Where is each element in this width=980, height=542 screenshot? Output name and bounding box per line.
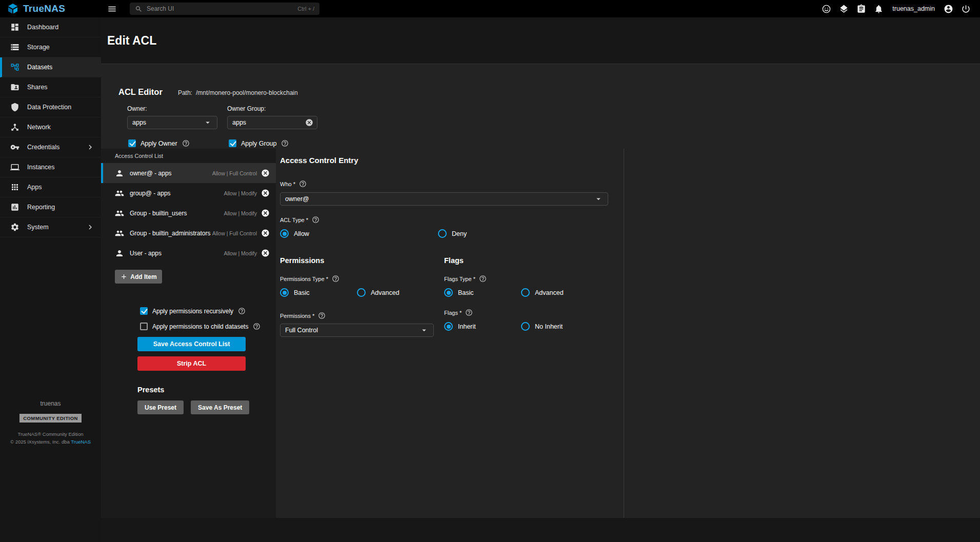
remove-entry-icon[interactable] <box>261 169 270 177</box>
sidebar-item-datasets[interactable]: Datasets <box>0 57 101 77</box>
acl-entry-row[interactable]: User - apps Allow | Modify <box>101 243 276 263</box>
sidebar-item-data-protection[interactable]: Data Protection <box>0 97 101 117</box>
access-control-list-panel: Access Control List owner@ - apps Allow … <box>101 149 276 518</box>
help-icon[interactable] <box>253 323 261 330</box>
help-icon[interactable] <box>182 139 190 147</box>
deny-label: Deny <box>452 230 467 237</box>
remove-entry-icon[interactable] <box>261 229 270 237</box>
checkin-icon[interactable] <box>839 4 849 14</box>
acl-entry-name: Group - builtin_administrators <box>130 230 210 237</box>
edition-badge[interactable]: COMMUNITY EDITION <box>19 414 81 423</box>
truenas-logo-icon <box>7 3 19 15</box>
power-icon[interactable] <box>961 4 971 14</box>
save-as-preset-button[interactable]: Save As Preset <box>191 400 249 414</box>
footer-copyright-text: © 2025 iXsystems, Inc. dba <box>10 439 71 445</box>
footer-truenas-link[interactable]: TrueNAS <box>71 439 91 445</box>
help-icon[interactable] <box>281 139 289 147</box>
apply-owner-option: Apply Owner <box>128 139 229 147</box>
jobs-icon[interactable] <box>856 4 866 14</box>
owner-group-input-wrap <box>227 116 317 129</box>
apply-owner-checkbox[interactable] <box>128 139 136 147</box>
sidebar-item-storage[interactable]: Storage <box>0 37 101 57</box>
permissions-advanced-radio[interactable] <box>357 288 366 297</box>
permissions-type-advanced-option[interactable]: Advanced <box>357 288 399 297</box>
acl-entry-rule: Allow | Full Control <box>212 230 257 236</box>
acl-type-allow-option[interactable]: Allow <box>280 229 438 238</box>
plus-icon <box>120 273 128 280</box>
allow-radio[interactable] <box>280 229 289 238</box>
permissions-select[interactable]: Full Control <box>280 324 434 337</box>
flags-basic-radio[interactable] <box>444 288 453 297</box>
help-icon[interactable] <box>465 309 473 316</box>
sidebar-item-network[interactable]: Network <box>0 117 101 137</box>
deny-radio[interactable] <box>438 229 447 238</box>
remove-entry-icon[interactable] <box>261 189 270 197</box>
alerts-bell-icon[interactable] <box>874 4 884 14</box>
search-input[interactable] <box>147 5 293 12</box>
flags-advanced-radio[interactable] <box>521 288 530 297</box>
page-header: Edit ACL <box>101 17 980 64</box>
use-preset-button[interactable]: Use Preset <box>137 400 184 414</box>
acl-entry-row[interactable]: owner@ - apps Allow | Full Control <box>101 163 276 183</box>
sidebar-item-label: Apps <box>27 184 42 191</box>
acl-entry-name: owner@ - apps <box>130 170 172 177</box>
help-icon[interactable] <box>299 180 307 188</box>
add-item-button[interactable]: Add Item <box>115 270 162 284</box>
strip-acl-button[interactable]: Strip ACL <box>137 356 246 371</box>
sidebar-item-reporting[interactable]: Reporting <box>0 197 101 217</box>
permissions-type-basic-option[interactable]: Basic <box>280 288 357 297</box>
sidebar-item-instances[interactable]: Instances <box>0 157 101 177</box>
dashboard-icon <box>10 23 19 32</box>
hamburger-menu-icon[interactable] <box>101 4 123 14</box>
acl-list-heading: Access Control List <box>101 149 276 163</box>
help-icon[interactable] <box>238 307 246 315</box>
no-inherit-radio[interactable] <box>521 322 530 331</box>
flags-type-advanced-option[interactable]: Advanced <box>521 288 564 297</box>
shares-icon <box>10 83 19 92</box>
owner-group-input[interactable] <box>232 119 305 126</box>
acl-type-deny-option[interactable]: Deny <box>438 229 467 238</box>
help-icon[interactable] <box>332 275 339 283</box>
flags-type-basic-option[interactable]: Basic <box>444 288 521 297</box>
add-item-label: Add Item <box>130 273 156 280</box>
user-menu-icon[interactable] <box>944 4 953 14</box>
sidebar-item-credentials[interactable]: Credentials <box>0 137 101 157</box>
help-icon[interactable] <box>318 312 326 319</box>
sidebar-item-shares[interactable]: Shares <box>0 77 101 97</box>
apply-recursively-checkbox[interactable] <box>140 307 148 315</box>
sidebar-item-apps[interactable]: Apps <box>0 177 101 197</box>
clear-icon[interactable] <box>305 118 313 127</box>
help-icon[interactable] <box>312 216 319 224</box>
sidebar-item-dashboard[interactable]: Dashboard <box>0 17 101 37</box>
acl-entry-name: User - apps <box>130 250 162 257</box>
acl-entry-row[interactable]: Group - builtin_administrators Allow | F… <box>101 223 276 243</box>
owner-field: Owner: apps <box>127 105 217 129</box>
acl-entry-row[interactable]: group@ - apps Allow | Modify <box>101 183 276 203</box>
acl-editor-card: ACL Editor Path: /mnt/monero-pool/monero… <box>101 64 980 518</box>
owner-group-field: Owner Group: <box>227 105 317 129</box>
permissions-basic-radio[interactable] <box>280 288 289 297</box>
apply-owner-label: Apply Owner <box>141 140 177 147</box>
flags-basic-label: Basic <box>458 289 474 296</box>
child-datasets-option: Apply permissions to child datasets <box>140 323 276 330</box>
flags-inherit-option[interactable]: Inherit <box>444 322 521 331</box>
permissions-heading: Permissions <box>280 256 444 265</box>
owner-select[interactable]: apps <box>127 116 217 129</box>
remove-entry-icon[interactable] <box>261 249 270 257</box>
remove-entry-icon[interactable] <box>261 209 270 217</box>
group-icon <box>115 209 124 218</box>
apply-group-checkbox[interactable] <box>229 139 236 147</box>
sidebar-item-label: Shares <box>27 84 48 91</box>
apply-child-datasets-checkbox[interactable] <box>140 323 148 330</box>
flags-no-inherit-option[interactable]: No Inherit <box>521 322 563 331</box>
feedback-icon[interactable] <box>822 4 831 14</box>
sidebar-item-system[interactable]: System <box>0 217 101 237</box>
path-label: Path: <box>178 89 192 96</box>
save-acl-button[interactable]: Save Access Control List <box>137 337 246 351</box>
acl-entry-name: Group - builtin_users <box>130 210 187 217</box>
acl-entry-row[interactable]: Group - builtin_users Allow | Modify <box>101 203 276 223</box>
inherit-radio[interactable] <box>444 322 453 331</box>
help-icon[interactable] <box>479 275 487 283</box>
inherit-label: Inherit <box>458 323 476 330</box>
who-select[interactable]: owner@ <box>280 192 608 206</box>
